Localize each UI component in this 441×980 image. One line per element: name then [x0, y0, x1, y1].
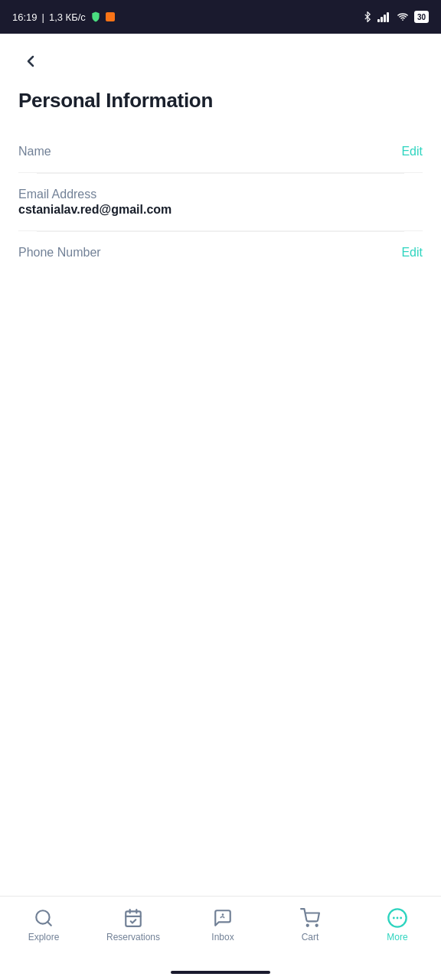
battery-icon: 30: [414, 11, 429, 23]
svg-rect-0: [106, 12, 115, 21]
svg-rect-8: [126, 911, 141, 926]
phone-row: Phone Number Edit: [18, 232, 423, 273]
cart-icon: [299, 907, 321, 929]
phone-label-group: Phone Number: [18, 246, 101, 260]
svg-rect-4: [387, 12, 389, 22]
nav-inbox[interactable]: Inbox: [192, 904, 253, 946]
email-value: cstanialav.red@gmail.com: [18, 203, 172, 217]
back-button-container: [0, 34, 441, 81]
inbox-icon: [212, 907, 234, 929]
svg-rect-2: [381, 17, 383, 22]
back-chevron-icon: [21, 52, 40, 70]
svg-line-7: [47, 922, 51, 926]
info-section: Name Edit Email Address cstanialav.red@g…: [0, 131, 441, 273]
name-label-group: Name: [18, 145, 51, 158]
name-edit-button[interactable]: Edit: [401, 145, 423, 158]
time: 16:19: [12, 11, 38, 23]
main-content: Personal Information Name Edit Email Add…: [0, 34, 441, 896]
more-icon: [387, 907, 408, 929]
indicator-icon: [106, 12, 115, 21]
explore-icon: [33, 907, 54, 929]
status-bar: 16:19 | 1,3 КБ/с 30: [0, 0, 441, 34]
home-bar: [171, 971, 270, 974]
email-label-group: Email Address cstanialav.red@gmail.com: [18, 188, 172, 217]
bottom-navigation: Explore Reservations Inbox: [0, 896, 441, 965]
svg-point-15: [393, 917, 395, 920]
bluetooth-icon: [362, 11, 373, 22]
nav-explore[interactable]: Explore: [13, 904, 74, 946]
inbox-label: Inbox: [211, 932, 234, 942]
nav-reservations[interactable]: Reservations: [100, 904, 166, 946]
cart-label: Cart: [302, 932, 319, 942]
status-right: 30: [362, 11, 429, 23]
svg-point-17: [400, 917, 402, 920]
more-label: More: [387, 932, 407, 942]
page-title: Personal Information: [18, 89, 423, 113]
signal-icon: [377, 11, 391, 22]
status-left: 16:19 | 1,3 КБ/с: [12, 11, 115, 23]
network-info: 1,3 КБ/с: [49, 11, 86, 23]
shield-icon: [90, 11, 101, 22]
svg-point-5: [402, 19, 403, 21]
svg-point-12: [307, 925, 309, 926]
wifi-icon: [396, 11, 410, 22]
phone-label: Phone Number: [18, 246, 101, 260]
name-row: Name Edit: [18, 131, 423, 173]
back-button[interactable]: [18, 49, 43, 74]
explore-label: Explore: [28, 932, 60, 942]
reservations-label: Reservations: [106, 932, 160, 942]
page-title-container: Personal Information: [0, 81, 441, 131]
email-label: Email Address: [18, 188, 172, 201]
svg-point-16: [397, 917, 399, 920]
nav-more[interactable]: More: [367, 904, 428, 946]
svg-rect-1: [377, 19, 380, 22]
name-label: Name: [18, 145, 51, 158]
home-indicator: [0, 965, 441, 980]
reservations-icon: [122, 907, 144, 929]
nav-cart[interactable]: Cart: [279, 904, 341, 946]
network-speed: |: [42, 11, 44, 23]
email-row: Email Address cstanialav.red@gmail.com: [18, 174, 423, 231]
svg-rect-3: [384, 15, 386, 22]
phone-edit-button[interactable]: Edit: [401, 246, 423, 260]
svg-point-13: [316, 925, 318, 926]
